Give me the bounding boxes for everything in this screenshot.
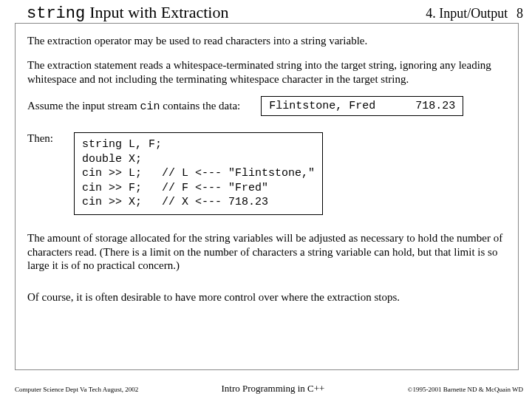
footer-right: ©1995-2001 Barnette ND & McQuain WD: [408, 386, 523, 393]
paragraph-1: The extraction operator may be used to r…: [27, 34, 506, 48]
assume-row: Assume the input stream cin contains the…: [27, 96, 506, 116]
input-data-box: Flintstone, Fred 718.23: [261, 96, 463, 116]
header-right: 4. Input/Output 8: [426, 6, 523, 21]
then-row: Then: string L, F; double X; cin >> L; /…: [27, 132, 506, 215]
footer: Computer Science Dept Va Tech August, 20…: [15, 383, 523, 395]
title-mono-part: string: [27, 4, 85, 23]
assume-suffix: contains the data:: [160, 100, 241, 112]
page-number: 8: [516, 6, 523, 21]
footer-center: Intro Programming in C++: [221, 383, 324, 395]
paragraph-2: The extraction statement reads a whitesp…: [27, 58, 506, 86]
assume-label: Assume the input stream cin contains the…: [27, 100, 240, 113]
assume-prefix: Assume the input stream: [27, 100, 140, 112]
section-label: 4. Input/Output: [426, 6, 508, 21]
data-right: 718.23: [415, 100, 455, 112]
data-left: Flintstone, Fred: [269, 100, 375, 112]
slide-title: string Input with Extraction: [15, 3, 228, 23]
title-text-part: Input with Extraction: [89, 3, 228, 22]
paragraph-4: Of course, it is often desirable to have…: [27, 290, 506, 304]
footer-left: Computer Science Dept Va Tech August, 20…: [15, 386, 138, 393]
paragraph-3: The amount of storage allocated for the …: [27, 231, 506, 273]
then-label: Then:: [27, 132, 53, 145]
assume-mono: cin: [140, 100, 160, 113]
slide: string Input with Extraction 4. Input/Ou…: [0, 0, 532, 399]
code-box: string L, F; double X; cin >> L; // L <-…: [74, 132, 323, 215]
content-box: The extraction operator may be used to r…: [15, 23, 519, 370]
header: string Input with Extraction 4. Input/Ou…: [0, 0, 532, 23]
